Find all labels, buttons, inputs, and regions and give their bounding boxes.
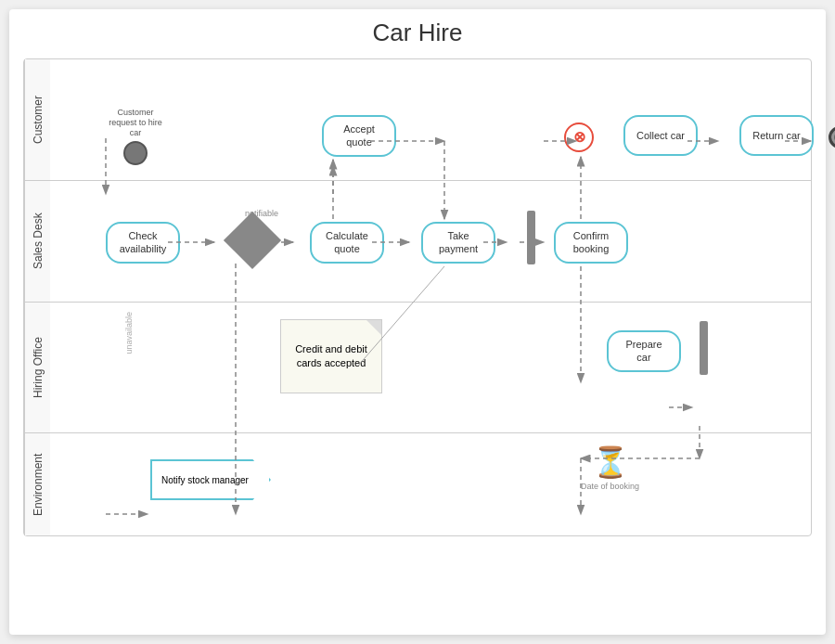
start-event: Customer request to hire car xyxy=(108,108,163,165)
confirm-booking-node[interactable]: Confirm booking xyxy=(554,222,628,264)
date-booking-label: Date of booking xyxy=(581,482,639,491)
diagram-container: Car Hire xyxy=(9,9,826,635)
return-car-node[interactable]: Return car xyxy=(739,115,814,156)
swimlane-content-environment: Notify stock manager ⏳ Date of booking xyxy=(50,433,811,535)
swimlane-label-customer: Customer xyxy=(24,59,50,180)
swimlane-content-hiring: unavailable Credit and debit cards accep… xyxy=(50,303,811,432)
timer-event: ⏳ Date of booking xyxy=(581,444,639,491)
cancel-circle: ⊗ xyxy=(564,122,594,152)
swimlane-sales: Sales Desk Check availability notifiable… xyxy=(24,181,811,303)
start-circle xyxy=(123,141,148,165)
swimlane-environment: Environment Notify stock manager ⏳ Date … xyxy=(24,433,811,535)
bar-separator-hiring xyxy=(700,321,708,375)
end-circle xyxy=(829,126,835,148)
swimlane-label-sales: Sales Desk xyxy=(24,181,50,302)
unavailable-label: unavailable xyxy=(124,312,134,354)
swimlane-label-hiring: Hiring Office xyxy=(24,303,50,432)
gateway-diamond xyxy=(232,220,273,261)
calculate-quote-node[interactable]: Calculate quote xyxy=(310,222,384,264)
collect-car-node[interactable]: Collect car xyxy=(623,115,698,156)
bar-separator-sales xyxy=(527,211,535,264)
notifiable-label: notifiable xyxy=(245,209,278,218)
swimlane-hiring: Hiring Office unavailable Credit and deb… xyxy=(24,303,811,433)
swimlane-area: Customer Customer request to hire car Ac… xyxy=(23,58,812,536)
check-availability-node[interactable]: Check availability xyxy=(106,222,180,264)
prepare-car-node[interactable]: Prepare car xyxy=(607,330,681,372)
credit-note: Credit and debit cards accepted xyxy=(280,319,382,393)
hourglass-icon: ⏳ xyxy=(592,444,629,480)
accept-quote-node[interactable]: Accept quote xyxy=(322,115,396,157)
swimlane-content-customer: Customer request to hire car Accept quot… xyxy=(50,59,811,180)
swimlane-label-environment: Environment xyxy=(24,433,50,535)
cancel-event: ⊗ xyxy=(564,122,594,152)
take-payment-node[interactable]: Take payment xyxy=(421,222,495,264)
diagram-title: Car Hire xyxy=(23,19,812,47)
notify-stock-node[interactable]: Notify stock manager xyxy=(150,459,271,500)
start-label: Customer request to hire car xyxy=(108,108,163,137)
swimlane-customer: Customer Customer request to hire car Ac… xyxy=(24,59,811,181)
swimlane-content-sales: Check availability notifiable Calculate … xyxy=(50,181,811,302)
